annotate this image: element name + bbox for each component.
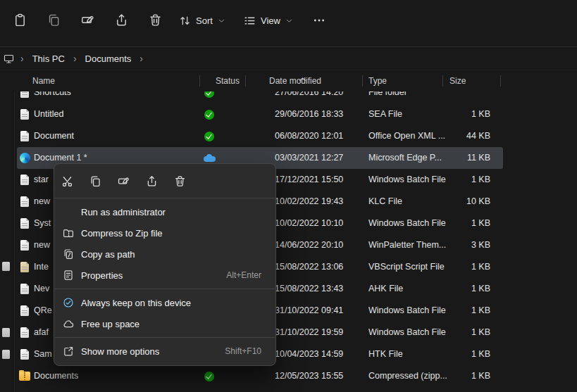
- date-modified: 31/10/2022 09:41: [275, 300, 358, 322]
- menu-separator: [55, 198, 275, 198]
- date-modified: 17/12/2021 15:50: [275, 169, 358, 191]
- status-synced-icon: [204, 110, 214, 120]
- delete-button[interactable]: [139, 6, 170, 33]
- properties-icon: [63, 270, 74, 281]
- nav-pane-item-icon[interactable]: [2, 262, 10, 271]
- column-resize-handle[interactable]: [500, 75, 501, 87]
- menu-item-label: Show more options: [81, 346, 216, 357]
- file-row[interactable]: Untitled29/06/2016 18:33SEA File1 KB: [17, 103, 503, 125]
- file-size: 11 KB: [441, 147, 490, 169]
- menu-item-label: Copy as path: [81, 249, 261, 260]
- rename-icon: [118, 175, 130, 187]
- file-file-icon: [18, 278, 31, 300]
- status-cell: [204, 365, 215, 387]
- column-header-type[interactable]: Type: [368, 76, 387, 86]
- file-size: 1 KB: [441, 278, 490, 300]
- nav-pane-item-icon[interactable]: [2, 328, 10, 337]
- copy-icon: [89, 175, 101, 187]
- share-button[interactable]: [140, 170, 163, 192]
- sort-arrows-icon: [179, 15, 191, 27]
- file-size: 1 KB: [441, 213, 490, 234]
- script-file-icon: [18, 256, 31, 278]
- menu-item-shortcut: Alt+Enter: [226, 270, 261, 280]
- copy-icon: [47, 13, 61, 27]
- file-file-icon: [18, 191, 31, 213]
- cut-icon: [61, 175, 73, 187]
- rename-icon: [81, 13, 94, 27]
- delete-icon: [149, 13, 162, 27]
- status-cell: [204, 103, 215, 125]
- date-modified: 15/08/2022 13:43: [275, 278, 358, 300]
- file-name: Documents: [34, 365, 194, 387]
- file-size: 1 KB: [441, 322, 490, 343]
- date-modified: 10/02/2022 19:43: [275, 191, 358, 213]
- column-header-size[interactable]: Size: [449, 76, 466, 86]
- file-size: 44 KB: [441, 125, 490, 147]
- show-more-icon: [63, 346, 74, 357]
- status-synced-icon: [204, 132, 214, 141]
- file-name: Untitled: [34, 103, 194, 125]
- delete-button[interactable]: [168, 170, 191, 192]
- copy-button[interactable]: [84, 170, 106, 192]
- file-row[interactable]: Documents12/05/2023 15:55Compressed (zip…: [17, 365, 503, 387]
- file-row[interactable]: Document06/08/2020 12:01Office Open XML …: [17, 125, 503, 147]
- share-button[interactable]: [106, 6, 137, 33]
- cut-button[interactable]: [56, 170, 78, 192]
- column-resize-handle[interactable]: [199, 75, 200, 87]
- breadcrumb-documents[interactable]: Documents: [83, 52, 134, 65]
- date-modified: 06/08/2020 12:01: [275, 125, 358, 147]
- menu-item[interactable]: Compress to Zip file: [54, 222, 275, 244]
- nav-pane-item-icon[interactable]: [2, 350, 10, 359]
- column-resize-handle[interactable]: [245, 75, 246, 87]
- status-synced-icon: [204, 372, 214, 381]
- view-button[interactable]: View: [238, 9, 299, 32]
- column-header-row: Name Status Date modified Type Size: [14, 70, 577, 91]
- this-pc-icon[interactable]: [4, 53, 14, 64]
- sort-label: Sort: [196, 15, 213, 26]
- date-modified: 10/02/2022 10:10: [275, 213, 358, 234]
- menu-item[interactable]: PropertiesAlt+Enter: [54, 265, 275, 286]
- menu-item[interactable]: Run as administrator: [54, 201, 275, 222]
- file-size: 1 KB: [441, 103, 490, 125]
- context-menu: Run as administratorCompress to Zip file…: [54, 163, 276, 366]
- file-file-icon: [18, 234, 31, 256]
- file-file-icon: [18, 125, 31, 147]
- free-up-space-icon: [63, 318, 74, 329]
- breadcrumb-this-pc[interactable]: This PC: [30, 52, 67, 65]
- date-modified: 14/06/2022 20:10: [275, 234, 358, 256]
- menu-separator: [55, 337, 275, 338]
- file-file-icon: [18, 213, 31, 234]
- copy-button[interactable]: [38, 6, 69, 33]
- column-header-status[interactable]: Status: [216, 76, 240, 86]
- menu-item-label: Properties: [81, 270, 218, 281]
- rename-button[interactable]: [112, 170, 135, 192]
- delete-icon: [174, 175, 186, 187]
- menu-item-shortcut: Shift+F10: [225, 346, 261, 356]
- menu-item[interactable]: Copy as path: [54, 244, 275, 265]
- menu-item[interactable]: Always keep on this device: [54, 292, 275, 313]
- see-more-button[interactable]: [304, 9, 334, 32]
- file-size: 10 KB: [441, 191, 490, 213]
- column-resize-handle[interactable]: [442, 75, 443, 87]
- edge-file-icon: [18, 147, 31, 169]
- view-list-icon: [244, 15, 256, 27]
- menu-item[interactable]: Free up space: [54, 313, 275, 334]
- breadcrumb-chevron-icon: ›: [20, 53, 24, 63]
- status-cell: [204, 125, 215, 147]
- chevron-down-icon: [218, 17, 225, 25]
- file-size: 1 KB: [441, 169, 490, 191]
- paste-icon: [13, 13, 27, 27]
- sort-button[interactable]: Sort: [173, 9, 231, 32]
- paste-button[interactable]: [4, 6, 35, 33]
- menu-item-label: Free up space: [81, 319, 261, 329]
- date-modified: 03/03/2021 12:27: [275, 147, 358, 169]
- copy-path-icon: [63, 248, 74, 260]
- column-resize-handle[interactable]: [362, 75, 363, 87]
- column-header-date-modified[interactable]: Date modified: [269, 76, 321, 86]
- file-size: 1 KB: [441, 300, 490, 322]
- ellipsis-icon: [313, 14, 325, 27]
- menu-item[interactable]: Show more optionsShift+F10: [54, 341, 275, 362]
- rename-button[interactable]: [72, 6, 103, 33]
- file-file-icon: [18, 343, 31, 365]
- column-header-name[interactable]: Name: [32, 76, 55, 86]
